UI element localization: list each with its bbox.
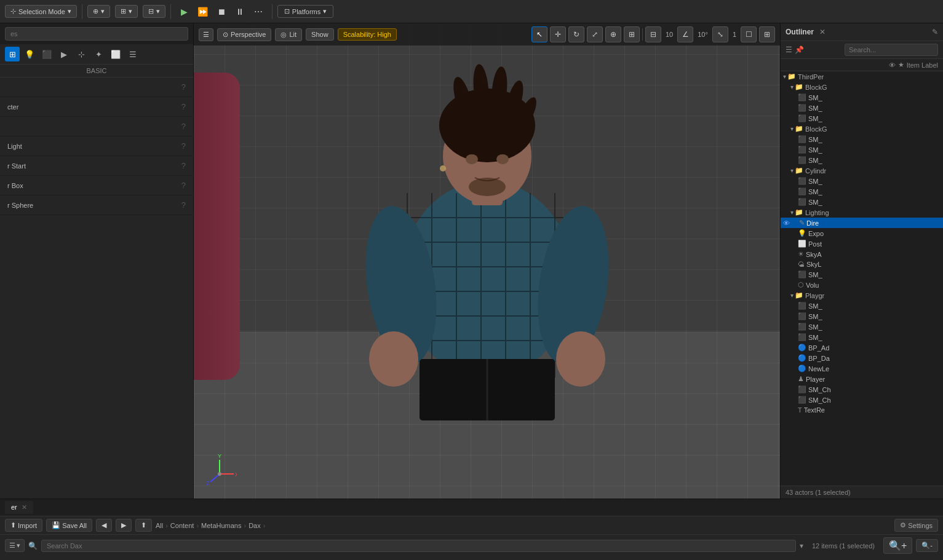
panel-search-input[interactable] [5,27,188,41]
tree-folder-playgr[interactable]: ▾ 📁 Playgr [781,290,943,301]
tree-item-sm7[interactable]: ⬛ SM_ [781,176,943,186]
hamburger-menu-button[interactable]: ☰ [199,28,213,41]
outliner-edit-button[interactable]: ✎ [932,28,938,36]
content-browser-tab[interactable]: er ✕ [5,501,33,514]
more-options-button[interactable]: ⋯ [250,3,267,20]
list-item[interactable]: r Start ? [0,156,193,176]
tree-folder-blockg1[interactable]: ▾ 📁 BlockG [781,82,943,92]
maximize-button[interactable]: ⊞ [759,26,775,42]
tree-item-sm3[interactable]: ⬛ SM_ [781,113,943,124]
outliner-search-input[interactable] [845,44,938,56]
tree-item-bpda[interactable]: 🔵 BP_Da [781,353,943,363]
list-item[interactable]: ? [0,117,193,136]
settings-button[interactable]: ⚙ Settings [894,519,938,532]
pause-button[interactable]: ⏸ [231,3,249,20]
help-icon[interactable]: ? [181,122,186,131]
tree-folder-blockg2[interactable]: ▾ 📁 BlockG [781,124,943,134]
save-all-button[interactable]: 💾 Save All [46,519,92,532]
panel-icon-effects[interactable]: ✦ [91,47,106,61]
tree-item-player[interactable]: ♟ Player [781,374,943,384]
tree-item-sm1[interactable]: ⬛ SM_ [781,92,943,103]
list-item-light[interactable]: Light ? [0,136,193,156]
tree-item-smch1[interactable]: ⬛ SM_Ch [781,384,943,395]
import-button[interactable]: ⬆ Import [5,519,42,532]
outliner-tree[interactable]: ▾ 📁 ThirdPer ▾ 📁 BlockG ⬛ SM_ ⬛ SM_ ⬛ SM… [781,71,943,486]
list-item[interactable]: r Sphere ? [0,195,193,215]
tree-item-sm8[interactable]: ⬛ SM_ [781,186,943,197]
panel-icon-blueprints[interactable]: ⊹ [74,47,89,61]
tree-item-sm9[interactable]: ⬛ SM_ [781,197,943,207]
tree-item-skya[interactable]: ☀ SkyA [781,249,943,259]
tree-item-skyl[interactable]: 🌤 SkyL [781,259,943,269]
grid-button[interactable]: ⊟ [645,26,661,42]
tree-item-sm2[interactable]: ⬛ SM_ [781,103,943,113]
help-icon[interactable]: ? [181,200,186,210]
lit-button[interactable]: ◎ Lit [275,28,302,41]
scale-tool-button[interactable]: ⤢ [587,26,603,42]
tree-item-sm13[interactable]: ⬛ SM_ [781,321,943,332]
tree-folder-thirdper[interactable]: ▾ 📁 ThirdPer [781,71,943,82]
nav-forward-button[interactable]: ▶ [116,519,132,532]
tree-folder-lighting[interactable]: ▾ 📁 Lighting [781,207,943,218]
breadcrumb-metahumans[interactable]: MetaHumans [201,522,241,529]
zoom-in-button[interactable]: 🔍+ [883,537,912,554]
world-local-button[interactable]: ⊞ [624,26,640,42]
rotate-tool-button[interactable]: ↻ [568,26,584,42]
tree-item-post[interactable]: ⬜ Post [781,239,943,249]
help-icon[interactable]: ? [181,102,186,111]
list-item[interactable]: ? [0,77,193,97]
gizmo-button[interactable]: ⊕ [605,26,621,42]
tree-item-volu[interactable]: ⬡ Volu [781,280,943,290]
zoom-out-button[interactable]: 🔍- [916,539,938,552]
tab-close-button[interactable]: ✕ [22,503,27,511]
panel-icon-all[interactable]: ☰ [125,47,140,61]
platforms-button[interactable]: ⊡ Platforms ▾ [277,5,333,18]
nav-up-button[interactable]: ⬆ [135,519,152,532]
nav-back-button[interactable]: ◀ [96,519,112,532]
play-button[interactable]: ▶ [176,3,193,20]
panel-icon-lights[interactable]: 💡 [22,47,37,61]
scale-button[interactable]: ⤡ [712,26,728,42]
snap-button[interactable]: ⊞ ▾ [115,5,138,18]
stop-button[interactable]: ⏹ [213,3,230,20]
scalability-badge[interactable]: Scalability: High [338,28,397,41]
angle-button[interactable]: ∠ [677,26,693,42]
panel-icon-basic[interactable]: ⊞ [5,47,20,61]
tree-item-dire[interactable]: 👁 ✎ Dire [781,218,943,228]
panel-icon-shapes[interactable]: ⬛ [39,47,54,61]
tree-item-newle[interactable]: 🔵 NewLe [781,363,943,374]
filter-button[interactable]: ☰ ▾ [5,539,25,552]
help-icon[interactable]: ? [181,82,186,92]
show-button[interactable]: Show [306,28,334,41]
selection-mode-button[interactable]: ⊹ Selection Mode ▾ [5,5,77,18]
tree-item-sm10[interactable]: ⬛ SM_ [781,269,943,280]
tree-item-smch2[interactable]: ⬛ SM_Ch [781,395,943,405]
tree-item-bpad[interactable]: 🔵 BP_Ad [781,342,943,353]
actor-tool-button[interactable]: ⊕ ▾ [87,5,110,18]
panel-icon-play[interactable]: ▶ [57,47,71,61]
help-icon[interactable]: ? [181,181,186,190]
camera-speed-button[interactable]: ☐ [741,26,757,42]
panel-icon-volumes[interactable]: ⬜ [108,47,123,61]
tree-item-sm14[interactable]: ⬛ SM_ [781,332,943,342]
tree-folder-cylindr[interactable]: ▾ 📁 Cylindr [781,165,943,176]
list-item[interactable]: cter ? [0,97,193,117]
select-tool-button[interactable]: ↖ [531,26,547,42]
content-search-input[interactable] [41,540,796,552]
perspective-button[interactable]: ⊙ Perspective [217,28,271,41]
tree-item-sm6[interactable]: ⬛ SM_ [781,155,943,165]
outliner-close-button[interactable]: ✕ [818,27,827,37]
help-icon[interactable]: ? [181,141,186,151]
tree-item-sm4[interactable]: ⬛ SM_ [781,134,943,144]
viewport[interactable]: ☰ ⊙ Perspective ◎ Lit Show Scalability: … [194,23,780,499]
transform-button[interactable]: ⊟ ▾ [143,5,165,18]
tree-item-sm5[interactable]: ⬛ SM_ [781,144,943,155]
tree-item-textre[interactable]: T TextRe [781,405,943,415]
breadcrumb-dax[interactable]: Dax [249,522,261,529]
help-icon[interactable]: ? [181,161,186,170]
move-tool-button[interactable]: ✛ [550,26,566,42]
tree-item-sm12[interactable]: ⬛ SM_ [781,311,943,321]
play-alt-button[interactable]: ⏩ [194,3,212,20]
breadcrumb-all[interactable]: All [156,522,163,529]
breadcrumb-content[interactable]: Content [170,522,194,529]
